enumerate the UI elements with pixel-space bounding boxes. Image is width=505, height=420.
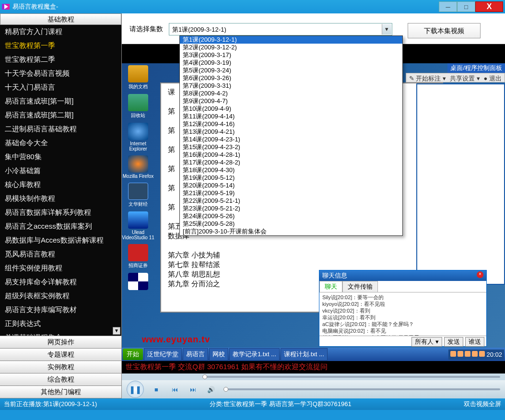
remote-tool-button[interactable]: ✎ 开始标注 ▾ [409,74,446,81]
dropdown-option[interactable]: 第25课(2009-5-28) [180,220,402,228]
sidebar-category[interactable]: 网页操作 [0,336,121,349]
desktop-icon[interactable]: 文华财经 [122,181,154,210]
dropdown-option[interactable]: 第20课(2009-5-14) [180,182,402,189]
download-button[interactable]: 下载本集视频 [408,23,481,38]
sidebar-item[interactable]: 二进制易语言基础教程 [0,122,121,136]
volume-slider[interactable] [223,388,500,390]
start-button[interactable]: 开始 [123,349,143,360]
dropdown-option[interactable]: 第6课(2009-3-26) [180,74,402,82]
taskbar-task[interactable]: 网校 [209,348,228,361]
dropdown-option[interactable]: 第18课(2009-4-30) [180,166,402,174]
sidebar-item[interactable]: 核心库教程 [0,178,121,192]
sidebar-item[interactable]: 易语言速成班[第二期] [0,108,121,122]
sidebar-item[interactable]: 小冷基础篇 [0,164,121,178]
dropdown-option[interactable]: 第15课(2009-4-23-2) [180,143,402,151]
taskbar-task[interactable]: 课程计划.txt ... [281,348,328,361]
tray-icon [458,351,463,357]
chat-tab-chat[interactable]: 聊天 [319,281,342,292]
chat-close-icon[interactable]: × [477,271,483,278]
dropdown-option[interactable]: 第9课(2009-4-7) [180,97,402,105]
sidebar-list[interactable]: 精易官方入门课程世宝教程第一季世宝教程第二季十天学会易语言视频十天入门易语言易语… [0,25,121,336]
chat-tab-file[interactable]: 文件传输 [342,281,378,292]
remote-tool-button[interactable]: 共享设置 ▾ [450,74,480,81]
sidebar-item[interactable]: 十天学会易语言视频 [0,67,121,81]
sidebar-item[interactable]: 单课基础课程集合 [0,331,121,336]
stop-button[interactable]: ■ [151,384,162,395]
sidebar-category[interactable]: 实例教程 [0,361,121,373]
desktop-icon[interactable]: Ulead VideoStudio 11 [122,210,154,242]
desktop-icon[interactable]: Mozilla Firefox [122,153,154,181]
select-label: 请选择集数 [129,23,163,34]
dropdown-option[interactable]: 第7课(2009-3-31) [180,82,402,90]
remote-tool-button[interactable]: ● 退出 [484,74,502,81]
dropdown-option[interactable]: 第12课(2009-4-16) [180,120,402,128]
dropdown-option[interactable]: 第11课(2009-4-14) [180,113,402,120]
desktop-icon[interactable]: 回收站 [122,92,154,121]
dropdown-option[interactable]: 第21课(2009-5-19) [180,189,402,197]
toolbar: 请选择集数 第1课(2009-3-12-1) ▾ 下载本集视频 第1课(2009… [122,13,505,44]
sidebar-item[interactable]: 易语言之access数据库案列 [0,220,121,233]
desktop-icon[interactable] [122,271,154,293]
dropdown-option[interactable]: 第13课(2009-4-21) [180,128,402,136]
chat-send-button[interactable]: 发送 [444,337,463,347]
desktop-icon[interactable]: 我的文档 [122,63,154,92]
seek-thumb[interactable] [202,374,207,379]
dropdown-option[interactable]: 第23课(2009-5-21-2) [180,205,402,212]
sidebar-item[interactable]: 集中营80集 [0,150,121,164]
dropdown-option[interactable]: 第3课(2009-3-17) [180,51,402,59]
dropdown-option[interactable]: 第2课(2009-3-12-2) [180,44,402,51]
sidebar-item[interactable]: 觅风易语言教程 [0,247,121,261]
volume-icon[interactable]: 🔊 [205,384,217,395]
chat-follow-button[interactable]: 谁送 [465,337,484,347]
dropdown-option[interactable]: 第8课(2009-4-2) [180,90,402,97]
sidebar-item[interactable]: 易语言数据库详解系列教程 [0,206,121,220]
episode-dropdown[interactable]: 第1课(2009-3-12-1)第2课(2009-3-12-2)第3课(2009… [179,35,403,236]
sidebar-item[interactable]: 组件实例使用教程 [0,261,121,275]
sidebar-item[interactable]: 易支持库命令详解教程 [0,275,121,289]
dropdown-option[interactable]: 第19课(2009-5-12) [180,174,402,182]
dropdown-arrow-icon[interactable]: ▾ [382,24,391,35]
dropdown-option[interactable]: 第14课(2009-4-23-1) [180,136,402,143]
sidebar-category[interactable]: 综合教程 [0,373,121,386]
dropdown-option[interactable]: 第4课(2009-3-19) [180,59,402,67]
dropdown-option[interactable]: 第5课(2009-3-24) [180,67,402,74]
desktop-icon[interactable]: Internet Explorer [122,121,154,153]
sidebar-category[interactable]: 专题课程 [0,349,121,361]
seek-bar[interactable] [122,373,505,380]
scroll-down-icon[interactable]: ▼ [113,327,120,335]
sidebar-item[interactable]: 世宝教程第一季 [0,39,121,53]
sidebar-item[interactable]: 易语言速成班[第一期] [0,94,121,108]
sidebar-category[interactable]: 其他热门编程 [0,386,121,398]
sidebar-item[interactable]: 世宝教程第二季 [0,53,121,67]
taskbar-task[interactable]: 易语言 [183,348,208,361]
dropdown-option[interactable]: 第16课(2009-4-28-1) [180,151,402,159]
dropdown-option[interactable]: 第24课(2009-5-26) [180,212,402,220]
taskbar-task[interactable]: 泛世纪学堂 [144,348,182,361]
maximize-button[interactable]: □ [457,1,475,12]
dropdown-option[interactable]: 第1课(2009-3-12-1) [180,36,402,44]
minimize-button[interactable]: ─ [439,1,457,12]
dropdown-option[interactable]: 第17课(2009-4-28-2) [180,159,402,166]
prev-button[interactable]: ⏮ [169,384,180,395]
sidebar-header: 基础教程 [0,13,121,25]
next-button[interactable]: ⏭ [187,384,199,395]
sidebar-item[interactable]: 精易官方入门课程 [0,25,121,39]
desktop-icon[interactable]: 招商证券 [122,242,154,271]
pause-button[interactable]: ❚❚ [127,381,144,398]
close-button[interactable]: X [475,1,503,12]
sidebar-item[interactable]: 易语言支持库编写教材 [0,303,121,317]
sidebar-item[interactable]: 正则表达式 [0,317,121,331]
sidebar-item[interactable]: 易模块制作教程 [0,192,121,206]
status-right: 双击视频全屏 [464,400,501,408]
dropdown-option[interactable]: 第22课(2009-5-21-1) [180,197,402,205]
dropdown-option[interactable]: [前言]2009-3-10-开课前集体会 [180,228,402,235]
dropdown-option[interactable]: 第10课(2009-4-9) [180,105,402,113]
episode-select[interactable]: 第1课(2009-3-12-1) ▾ [169,23,392,35]
sidebar-item[interactable]: 十天入门易语言 [0,81,121,94]
sidebar-item[interactable]: 基础命令大全 [0,136,121,150]
taskbar-task[interactable]: 教学记录1.txt ... [229,348,280,361]
sidebar-item[interactable]: 易数据库与Acces数据讲解课程 [0,233,121,247]
sidebar-item[interactable]: 超级列表框实例教程 [0,289,121,303]
volume-thumb[interactable] [223,387,228,392]
chat-target[interactable]: 所有人 ▾ [411,337,442,347]
